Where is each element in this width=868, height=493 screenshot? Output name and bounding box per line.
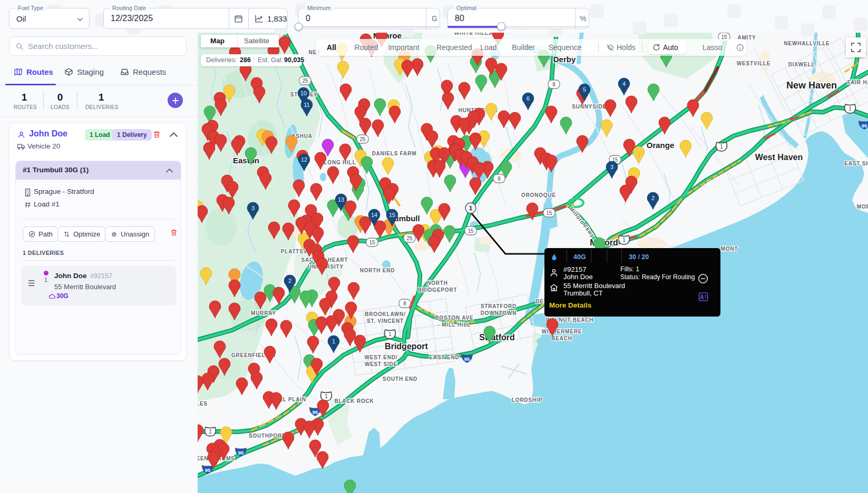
svg-text:95: 95 [862, 123, 867, 129]
svg-text:SOUTHPORT: SOUTHPORT [249, 433, 286, 439]
svg-text:EAST END: EAST END [430, 354, 460, 360]
svg-text:3: 3 [251, 205, 255, 211]
svg-text:11: 11 [304, 102, 309, 108]
svg-text:10: 10 [300, 90, 307, 96]
svg-text:13: 13 [338, 196, 344, 203]
svg-text:LONG HILL: LONG HILL [324, 160, 356, 165]
svg-text:14: 14 [371, 212, 377, 218]
svg-text:15: 15 [369, 240, 375, 245]
svg-text:8: 8 [552, 82, 555, 87]
svg-text:15: 15 [467, 228, 474, 234]
svg-text:95: 95 [313, 409, 318, 415]
svg-text:Orange: Orange [647, 141, 675, 150]
svg-text:NORTH END: NORTH END [360, 268, 395, 273]
svg-text:8: 8 [403, 301, 406, 307]
svg-text:4: 4 [622, 81, 626, 87]
svg-text:FAIR HAV: FAIR HAV [847, 80, 868, 85]
svg-text:95: 95 [205, 467, 211, 473]
svg-text:Derby: Derby [553, 55, 576, 64]
svg-text:EAST SHO: EAST SHO [844, 161, 868, 166]
svg-text:WILDERMERE: WILDERMERE [542, 329, 582, 334]
svg-text:1: 1 [469, 205, 472, 211]
svg-text:1: 1 [622, 237, 626, 243]
svg-text:BLACK ROCK: BLACK ROCK [334, 398, 374, 404]
svg-text:95: 95 [464, 356, 470, 362]
svg-text:25: 25 [302, 78, 308, 84]
svg-text:2: 2 [651, 195, 655, 201]
svg-text:NEWHALLVILLE: NEWHALLVILLE [784, 41, 830, 46]
svg-text:BROOKLAWN/: BROOKLAWN/ [365, 311, 405, 317]
svg-text:WEST END/: WEST END/ [365, 354, 398, 360]
svg-text:1: 1 [325, 393, 328, 399]
svg-text:BOSTON AVE: BOSTON AVE [435, 315, 474, 321]
svg-text:1: 1 [388, 331, 392, 337]
svg-text:Easton: Easton [233, 156, 259, 165]
svg-text:15: 15 [546, 210, 552, 216]
svg-text:3: 3 [610, 164, 613, 170]
svg-text:ST. VINCENT: ST. VINCENT [367, 318, 404, 324]
svg-text:BRIDGEPORT: BRIDGEPORT [418, 287, 457, 293]
svg-text:DANIELS FARM: DANIELS FARM [372, 151, 417, 156]
svg-text:6: 6 [526, 95, 530, 102]
svg-text:LORDSHIP: LORDSHIP [512, 397, 542, 403]
svg-text:SOUTH END: SOUTH END [383, 376, 417, 382]
svg-text:Bridgeport: Bridgeport [385, 342, 428, 351]
svg-text:2: 2 [288, 278, 291, 284]
svg-text:95: 95 [238, 450, 244, 456]
svg-text:MORG: MORG [857, 204, 868, 210]
svg-text:15: 15 [389, 212, 395, 218]
svg-text:25: 25 [406, 235, 413, 241]
svg-text:ORONOQUE: ORONOQUE [521, 192, 556, 198]
svg-text:WESTVILLE: WESTVILLE [737, 61, 771, 66]
svg-text:WHITE HILLS: WHITE HILLS [454, 33, 493, 36]
svg-text:STRATFORD: STRATFORD [481, 303, 516, 309]
svg-text:NORTH: NORTH [427, 280, 448, 286]
svg-text:1: 1 [209, 429, 212, 435]
svg-text:DOWNTOWN: DOWNTOWN [481, 310, 516, 316]
svg-text:1: 1 [332, 338, 335, 344]
svg-text:MONT: MONT [721, 246, 738, 252]
svg-text:1: 1 [849, 106, 852, 112]
svg-text:BEACH: BEACH [551, 336, 572, 341]
svg-text:12: 12 [301, 156, 307, 163]
svg-text:5: 5 [583, 86, 586, 93]
svg-text:West Haven: West Haven [755, 153, 803, 162]
svg-text:1: 1 [720, 144, 723, 150]
svg-text:MURRAY: MURRAY [251, 310, 276, 316]
svg-text:DIXWELL: DIXWELL [788, 62, 815, 67]
svg-text:New Haven: New Haven [786, 80, 837, 91]
svg-text:25: 25 [359, 136, 366, 142]
svg-text:SUNNYSIDE: SUNNYSIDE [572, 104, 607, 110]
svg-text:LES: LES [198, 401, 208, 407]
svg-text:- MILL HILL: - MILL HILL [437, 322, 471, 328]
svg-text:WEST SIDE: WEST SIDE [365, 361, 397, 367]
svg-text:8: 8 [498, 176, 501, 182]
